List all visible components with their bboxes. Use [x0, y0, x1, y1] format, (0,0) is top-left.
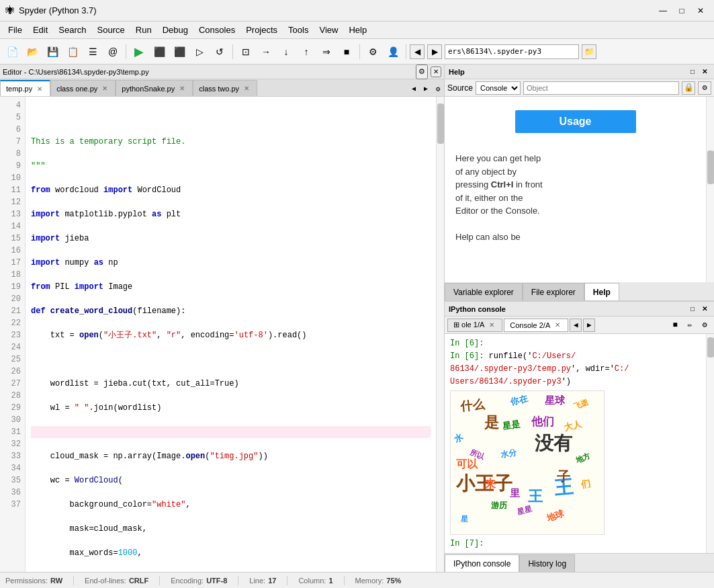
svg-text:子: 子: [557, 469, 570, 484]
console-undock-button[interactable]: □: [687, 304, 698, 314]
nav-path-input[interactable]: [445, 44, 579, 59]
new-file-button[interactable]: 📄: [3, 42, 21, 61]
tab-help[interactable]: Help: [584, 283, 619, 300]
help-toolbar: Source Console Editor 🔒 ⚙: [445, 79, 714, 97]
svg-text:里: 里: [510, 488, 520, 499]
console-settings-button[interactable]: ⚙: [698, 319, 711, 332]
svg-text:来: 来: [484, 478, 496, 491]
object-input[interactable]: [523, 81, 679, 95]
source-select[interactable]: Console Editor: [476, 81, 521, 95]
editor-scrollbar-thumb[interactable]: [437, 103, 444, 144]
console-stop-button[interactable]: ■: [668, 319, 682, 332]
debug-next-button[interactable]: →: [257, 42, 275, 61]
nav-forward-button[interactable]: ▶: [427, 44, 442, 59]
svg-text:他们: 他们: [531, 415, 554, 428]
maximize-button[interactable]: □: [674, 3, 690, 19]
console-tab-2-close[interactable]: ✕: [553, 321, 562, 330]
help-close-button[interactable]: ✕: [699, 67, 710, 77]
code-content[interactable]: This is a temporary script file. """ fro…: [26, 97, 436, 572]
run-config-button[interactable]: ⚙: [363, 42, 382, 61]
menu-search[interactable]: Search: [53, 22, 91, 38]
step-button[interactable]: ▷: [190, 42, 209, 61]
code-line-20: background_color="white",: [31, 499, 431, 511]
console-edit-button[interactable]: ✏: [683, 319, 697, 332]
menu-help[interactable]: Help: [343, 22, 372, 38]
tabs-next-button[interactable]: ▶: [420, 81, 432, 96]
editor-settings-button[interactable]: ⚙: [416, 65, 428, 79]
debug-stop-button[interactable]: ⊡: [236, 42, 255, 61]
tab-class-one[interactable]: class one.py ✕: [50, 80, 116, 96]
in6-path3: Users/86134/.spyder-py3: [450, 377, 562, 386]
console-tab-2[interactable]: Console 2/A ✕: [504, 319, 568, 332]
code-editor[interactable]: 4 5 6 7 8 9 10 11 12 13 14 15 16 17 18 1…: [0, 97, 444, 572]
tab-variable-explorer[interactable]: Variable explorer: [445, 283, 523, 300]
menu-run[interactable]: Run: [130, 22, 157, 38]
console-tab-1[interactable]: ⊞ ole 1/A ✕: [447, 319, 502, 332]
console-scrollbar[interactable]: [706, 334, 714, 553]
profiler-button[interactable]: 👤: [384, 42, 402, 61]
tab-python-snake[interactable]: pythonSnake.py ✕: [116, 80, 193, 96]
help-scrollbar[interactable]: [706, 97, 714, 282]
save-button[interactable]: 💾: [43, 42, 62, 61]
debug-stop2-button[interactable]: ■: [337, 42, 356, 61]
redo-button[interactable]: ↺: [210, 42, 229, 61]
save-as-button[interactable]: 📋: [63, 42, 82, 61]
menu-file[interactable]: File: [3, 22, 28, 38]
editor-close-button[interactable]: ✕: [431, 67, 441, 77]
run-cell-advance-button[interactable]: ⬛: [170, 42, 189, 61]
nav-browse-button[interactable]: 📁: [582, 44, 596, 59]
tab-file-explorer[interactable]: File explorer: [523, 283, 584, 300]
menu-consoles[interactable]: Consoles: [193, 22, 240, 38]
console-prev-button[interactable]: ◀: [570, 319, 582, 332]
encoding-status: Encoding: UTF-8: [171, 577, 227, 585]
svg-text:可以: 可以: [456, 458, 478, 470]
line-label: Line:: [249, 577, 265, 585]
tab-temp-py[interactable]: temp.py ✕: [0, 80, 50, 96]
run-button[interactable]: ▶: [130, 42, 148, 61]
close-button[interactable]: ✕: [693, 3, 709, 19]
wordcloud-svg: 什么 你在 星球 飞逝 是 星是 他们 大人 水 所以 可以 水分: [451, 390, 604, 535]
help-settings-button[interactable]: ⚙: [698, 81, 711, 95]
tab-history-log[interactable]: History log: [519, 554, 575, 572]
run-cell-button[interactable]: ⬛: [150, 42, 169, 61]
console-close-button[interactable]: ✕: [699, 304, 710, 314]
menu-source[interactable]: Source: [92, 22, 130, 38]
minimize-button[interactable]: —: [655, 3, 671, 19]
tab-close-temp[interactable]: ✕: [35, 84, 44, 93]
list-button[interactable]: ☰: [83, 42, 102, 61]
menu-view[interactable]: View: [314, 22, 343, 38]
tabs-prev-button[interactable]: ◀: [408, 81, 420, 96]
status-sep-3: [238, 576, 238, 585]
status-sep-5: [344, 576, 345, 585]
help-scrollbar-thumb[interactable]: [707, 151, 714, 184]
console-in6-code: In [6]: runfile('C:/Users/: [450, 350, 701, 362]
tabs-menu-button[interactable]: ⚙: [432, 81, 444, 96]
tab-close-class-one[interactable]: ✕: [100, 84, 109, 93]
tab-close-snake[interactable]: ✕: [177, 84, 187, 93]
menu-tools[interactable]: Tools: [283, 22, 314, 38]
nav-back-button[interactable]: ◀: [410, 44, 425, 59]
svg-text:王: 王: [528, 488, 543, 505]
tab-class-two[interactable]: class two.py ✕: [193, 80, 257, 96]
permissions-value: RW: [50, 577, 62, 585]
in6-prompt2: In [6]:: [450, 351, 489, 361]
menu-edit[interactable]: Edit: [28, 22, 53, 38]
console-next-button[interactable]: ▶: [583, 319, 595, 332]
console-content[interactable]: In [6]: In [6]: runfile('C:/Users/ 86134…: [445, 334, 706, 553]
help-undock-button[interactable]: □: [687, 67, 698, 77]
console-scrollbar-thumb[interactable]: [707, 337, 714, 358]
debug-step-over-button[interactable]: ↑: [297, 42, 316, 61]
debug-step-in-button[interactable]: ↓: [277, 42, 296, 61]
help-lock-button[interactable]: 🔒: [682, 81, 695, 95]
code-line-12: def create_word_cloud(filename):: [31, 305, 431, 317]
menu-debug[interactable]: Debug: [157, 22, 193, 38]
tab-close-class-two[interactable]: ✕: [242, 84, 251, 93]
tab-ipython-console[interactable]: IPython console: [445, 554, 519, 572]
code-line-18: cloud_mask = np.array(Image.open("timg.j…: [31, 450, 431, 462]
console-tab-1-close[interactable]: ✕: [487, 321, 496, 330]
menu-projects[interactable]: Projects: [240, 22, 283, 38]
debug-continue-button[interactable]: ⇒: [317, 42, 336, 61]
editor-scrollbar[interactable]: [436, 97, 444, 572]
open-file-button[interactable]: 📂: [23, 42, 42, 61]
at-button[interactable]: @: [103, 42, 122, 61]
